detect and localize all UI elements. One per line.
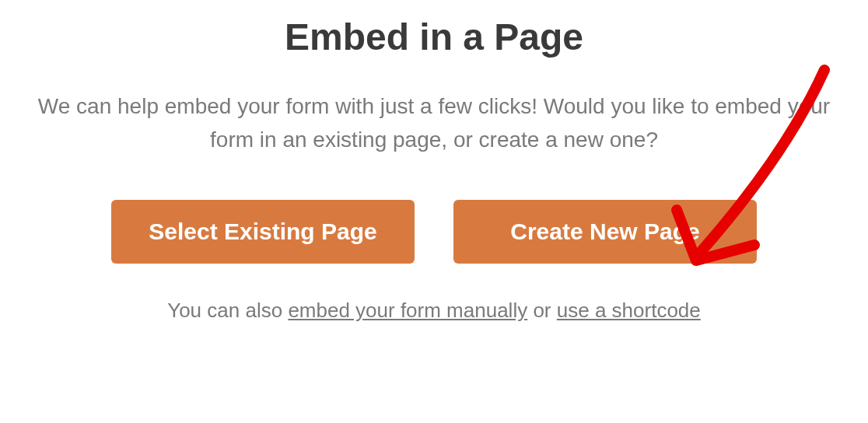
embed-description: We can help embed your form with just a … — [22, 89, 846, 157]
footer-text: You can also embed your form manually or… — [167, 299, 701, 323]
footer-prefix: You can also — [167, 299, 288, 322]
select-existing-page-button[interactable]: Select Existing Page — [111, 200, 415, 264]
footer-middle: or — [527, 299, 557, 322]
use-shortcode-link[interactable]: use a shortcode — [557, 299, 701, 322]
create-new-page-button[interactable]: Create New Page — [453, 200, 757, 264]
embed-heading: Embed in a Page — [285, 16, 583, 58]
button-row: Select Existing Page Create New Page — [111, 200, 757, 264]
embed-manually-link[interactable]: embed your form manually — [288, 299, 527, 322]
